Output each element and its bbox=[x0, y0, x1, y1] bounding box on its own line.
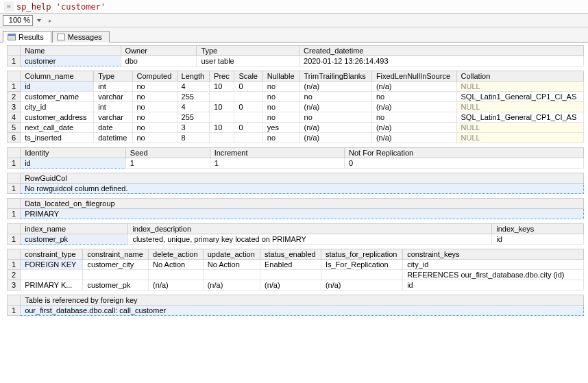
cell[interactable]: (n/a) bbox=[321, 280, 402, 291]
cell[interactable]: (n/a) bbox=[260, 280, 321, 291]
table-row[interactable]: 5next_call_datedateno3100yes(n/a)(n/a)NU… bbox=[8, 123, 584, 133]
cell[interactable]: no bbox=[132, 123, 177, 133]
table-row[interactable]: 1idintno4100no(n/a)(n/a)NULL bbox=[8, 82, 584, 92]
cell[interactable]: yes bbox=[262, 123, 299, 133]
column-header[interactable]: Prec bbox=[210, 71, 234, 82]
column-header[interactable]: Data_located_on_filegroup bbox=[21, 199, 584, 209]
cell[interactable]: (n/a) bbox=[149, 280, 204, 291]
table-row[interactable]: 4customer_addressvarcharno255nononoSQL_L… bbox=[8, 112, 584, 123]
cell[interactable]: 1 bbox=[210, 158, 344, 169]
column-header[interactable]: Owner bbox=[121, 46, 197, 56]
table-row[interactable]: 1customerdbouser table2020-01-12 13:26:1… bbox=[8, 56, 584, 66]
cell[interactable]: no bbox=[132, 102, 177, 112]
column-header[interactable]: Type bbox=[197, 46, 299, 56]
cell[interactable]: no bbox=[132, 112, 177, 123]
cell[interactable]: PRIMARY bbox=[21, 209, 584, 219]
cell[interactable] bbox=[149, 270, 204, 280]
cell[interactable]: 10 bbox=[210, 123, 234, 133]
column-header[interactable]: Not For Replication bbox=[345, 148, 584, 158]
cell[interactable]: (n/a) bbox=[299, 133, 371, 143]
cell[interactable] bbox=[210, 92, 234, 102]
column-header[interactable]: Table is referenced by foreign key bbox=[21, 295, 584, 306]
column-header[interactable]: Computed bbox=[132, 71, 177, 82]
cell[interactable]: no bbox=[262, 112, 299, 123]
column-header[interactable]: Nullable bbox=[262, 71, 299, 82]
column-header[interactable]: Identity bbox=[21, 148, 126, 158]
cell[interactable]: no bbox=[262, 92, 299, 102]
row-number[interactable]: 2 bbox=[8, 92, 21, 102]
cell[interactable]: 8 bbox=[177, 133, 210, 143]
column-header[interactable]: index_name bbox=[21, 224, 128, 234]
column-header[interactable]: Name bbox=[21, 46, 121, 56]
cell[interactable] bbox=[234, 133, 262, 143]
tab-messages[interactable]: Messages bbox=[52, 31, 110, 42]
column-header[interactable]: constraint_type bbox=[21, 249, 83, 260]
cell[interactable]: no bbox=[371, 92, 456, 102]
column-header[interactable]: Seed bbox=[125, 148, 210, 158]
fold-gutter-icon[interactable]: ⊟ bbox=[4, 1, 14, 12]
cell[interactable] bbox=[260, 270, 321, 280]
cell[interactable]: 0 bbox=[345, 158, 584, 169]
table-row[interactable]: 1FOREIGN KEYcustomer_cityNo ActionNo Act… bbox=[8, 260, 584, 270]
cell[interactable]: customer bbox=[21, 56, 121, 66]
cell[interactable]: 10 bbox=[210, 102, 234, 112]
table-row[interactable]: 2REFERENCES our_first_database.dbo.city … bbox=[8, 270, 584, 280]
cell[interactable]: SQL_Latin1_General_CP1_CI_AS bbox=[456, 92, 583, 102]
cell[interactable]: (n/a) bbox=[371, 82, 456, 92]
column-header[interactable]: Collation bbox=[456, 71, 583, 82]
grid-referenced-by[interactable]: Table is referenced by foreign key1our_f… bbox=[7, 295, 584, 316]
cell[interactable]: Is_For_Replication bbox=[321, 260, 402, 270]
cell[interactable]: 0 bbox=[234, 82, 262, 92]
row-number[interactable]: 3 bbox=[8, 280, 21, 291]
cell[interactable]: no bbox=[371, 112, 456, 123]
column-header[interactable]: delete_action bbox=[149, 249, 204, 260]
table-row[interactable]: 3PRIMARY K...customer_pk(n/a)(n/a)(n/a)(… bbox=[8, 280, 584, 291]
row-number[interactable]: 1 bbox=[8, 260, 21, 270]
cell[interactable]: (n/a) bbox=[299, 82, 371, 92]
row-number[interactable]: 4 bbox=[8, 112, 21, 123]
cell[interactable]: (n/a) bbox=[371, 102, 456, 112]
column-header[interactable]: index_description bbox=[128, 224, 492, 234]
cell[interactable]: PRIMARY K... bbox=[21, 280, 83, 291]
cell[interactable]: 255 bbox=[177, 92, 210, 102]
table-row[interactable]: 6ts_inserteddatetimeno8no(n/a)(n/a)NULL bbox=[8, 133, 584, 143]
row-number[interactable]: 3 bbox=[8, 102, 21, 112]
cell[interactable] bbox=[210, 133, 234, 143]
table-row[interactable]: 1customer_pkclustered, unique, primary k… bbox=[8, 234, 584, 245]
cell[interactable]: id bbox=[21, 158, 126, 169]
cell[interactable]: id bbox=[21, 82, 94, 92]
cell[interactable]: 10 bbox=[210, 82, 234, 92]
cell[interactable]: no bbox=[299, 92, 371, 102]
cell[interactable]: customer_pk bbox=[83, 280, 149, 291]
row-number[interactable]: 5 bbox=[8, 123, 21, 133]
cell[interactable] bbox=[234, 112, 262, 123]
cell[interactable]: int bbox=[94, 82, 132, 92]
grid-filegroup[interactable]: Data_located_on_filegroup1PRIMARY bbox=[7, 198, 584, 219]
cell[interactable]: no bbox=[132, 92, 177, 102]
row-number[interactable]: 1 bbox=[8, 209, 21, 219]
cell[interactable]: 0 bbox=[234, 102, 262, 112]
table-row[interactable]: 2customer_namevarcharno255nononoSQL_Lati… bbox=[8, 92, 584, 102]
cell[interactable]: 2020-01-12 13:26:14.493 bbox=[299, 56, 584, 66]
cell[interactable]: customer_address bbox=[21, 112, 94, 123]
column-header[interactable]: RowGuidCol bbox=[21, 173, 584, 184]
cell[interactable]: clustered, unique, primary key located o… bbox=[128, 234, 492, 245]
cell[interactable]: no bbox=[262, 82, 299, 92]
cell[interactable]: No Action bbox=[203, 260, 260, 270]
column-header[interactable]: Column_name bbox=[21, 71, 94, 82]
cell[interactable]: ts_inserted bbox=[21, 133, 94, 143]
cell[interactable]: 255 bbox=[177, 112, 210, 123]
row-number[interactable]: 1 bbox=[8, 306, 21, 316]
cell[interactable]: varchar bbox=[94, 112, 132, 123]
cell[interactable]: 1 bbox=[125, 158, 210, 169]
column-header[interactable]: constraint_keys bbox=[403, 249, 584, 260]
cell[interactable]: Enabled bbox=[260, 260, 321, 270]
cell[interactable]: next_call_date bbox=[21, 123, 94, 133]
row-number[interactable]: 1 bbox=[8, 56, 21, 66]
column-header[interactable]: status_for_replication bbox=[321, 249, 402, 260]
column-header[interactable]: Length bbox=[177, 71, 210, 82]
table-row[interactable]: 3city_idintno4100no(n/a)(n/a)NULL bbox=[8, 102, 584, 112]
cell[interactable]: varchar bbox=[94, 92, 132, 102]
row-number[interactable]: 1 bbox=[8, 82, 21, 92]
row-number[interactable]: 1 bbox=[8, 234, 21, 245]
